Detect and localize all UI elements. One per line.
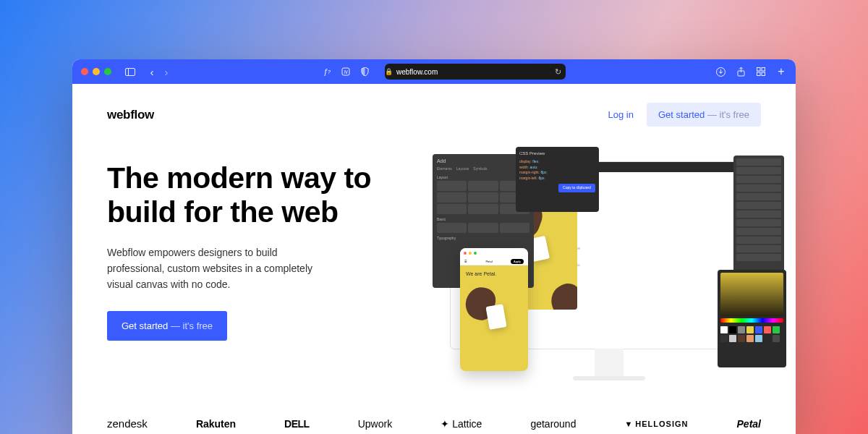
color-swatch	[738, 326, 745, 333]
hero-left: The modern way to build for the web Webf…	[107, 161, 382, 378]
color-swatch	[729, 335, 736, 342]
panel-section: Typography	[437, 236, 529, 240]
color-picker	[718, 270, 786, 367]
add-panel-tab: Layouts	[456, 166, 469, 171]
logos-row: zendesk Rakuten DELL Upwork ✦Lattice get…	[107, 417, 761, 430]
traffic-lights	[81, 68, 111, 75]
hero-subtitle: Webflow empowers designers to build prof…	[107, 245, 331, 292]
color-swatch	[720, 326, 728, 333]
add-panel-tab: Symbols	[473, 166, 487, 171]
nav-right: Log in Get started — it's free	[608, 103, 761, 127]
phone-mockup: ☰ Petal Apply We are Petal.	[460, 248, 528, 371]
tabs-icon[interactable]	[755, 66, 767, 77]
monitor-stand	[595, 349, 624, 378]
new-tab-icon[interactable]: +	[775, 66, 787, 77]
hellosign-icon: ▼	[624, 420, 633, 428]
login-link[interactable]: Log in	[608, 109, 634, 120]
hue-slider	[720, 318, 783, 323]
panel-section: Basic	[437, 217, 529, 221]
monitor-base	[573, 376, 645, 380]
phone-heading: We are Petal.	[466, 271, 522, 276]
color-swatch	[755, 326, 762, 333]
svg-rect-7	[762, 68, 765, 72]
get-started-button-hero[interactable]: Get started — it's free	[107, 311, 227, 341]
color-swatches	[720, 326, 783, 342]
logo-lattice: ✦Lattice	[441, 418, 482, 430]
svg-rect-0	[126, 68, 135, 75]
back-button[interactable]: ‹	[146, 66, 158, 77]
minimize-window-icon[interactable]	[93, 68, 100, 75]
lattice-icon: ✦	[441, 418, 449, 430]
close-window-icon[interactable]	[81, 68, 88, 75]
copy-css-button: Copy to clipboard	[558, 184, 595, 192]
hero-title: The modern way to build for the web	[107, 161, 382, 229]
logo-dell: DELL	[284, 418, 310, 430]
refresh-icon[interactable]: ↻	[555, 67, 561, 77]
extension-icon-1[interactable]: ƒ?	[321, 66, 333, 77]
top-nav: webflow Log in Get started — it's free	[107, 103, 761, 127]
svg-rect-9	[762, 72, 765, 76]
color-swatch	[764, 335, 771, 342]
logo-zendesk: zendesk	[107, 417, 148, 430]
browser-chrome: ‹ › ƒ? N 🔒 webflow.com ↻	[72, 59, 796, 84]
color-swatch	[773, 326, 780, 333]
maximize-window-icon[interactable]	[104, 68, 111, 75]
color-swatch	[720, 335, 728, 342]
logo-petal: Petal	[737, 418, 761, 430]
color-swatch	[729, 326, 736, 333]
get-started-label: Get started	[658, 109, 705, 120]
logo[interactable]: webflow	[107, 108, 154, 122]
lock-icon: 🔒	[385, 68, 393, 75]
share-icon[interactable]	[735, 66, 746, 77]
page-content: webflow Log in Get started — it's free T…	[72, 84, 796, 434]
get-started-button-nav[interactable]: Get started — it's free	[647, 103, 761, 127]
svg-text:N: N	[344, 69, 348, 75]
color-swatch	[738, 335, 745, 342]
cta-suffix: — it's free	[168, 320, 213, 331]
logo-hellosign: ▼HELLOSIGN	[624, 420, 688, 428]
nav-arrows: ‹ ›	[146, 66, 172, 77]
hero-illustration: The Card The App The Company Apply Login…	[396, 161, 761, 378]
extension-icon-2[interactable]: N	[340, 66, 352, 77]
color-swatch	[773, 335, 780, 342]
get-started-suffix: — it's free	[705, 109, 749, 120]
logo-rakuten: Rakuten	[196, 418, 236, 430]
color-swatch	[746, 326, 754, 333]
color-swatch	[764, 326, 771, 333]
download-icon[interactable]	[715, 66, 726, 77]
add-panel-tab: Elements	[437, 166, 452, 171]
shield-icon[interactable]	[359, 66, 370, 77]
svg-rect-6	[757, 68, 761, 72]
phone-traffic-lights	[460, 248, 528, 258]
color-gradient	[720, 273, 783, 316]
logo-getaround: getaround	[530, 418, 576, 430]
svg-rect-8	[757, 72, 761, 76]
phone-brand: Petal	[485, 260, 492, 263]
color-swatch	[746, 335, 754, 342]
phone-nav: ☰ Petal Apply	[460, 258, 528, 265]
logo-upwork: Upwork	[358, 418, 392, 430]
hero-section: The modern way to build for the web Webf…	[107, 161, 761, 378]
css-preview-title: CSS Preview	[519, 150, 595, 157]
url-bar[interactable]: 🔒 webflow.com ↻	[385, 64, 566, 80]
cta-label: Get started	[122, 320, 168, 331]
phone-body: We are Petal.	[460, 265, 528, 334]
color-swatch	[755, 335, 762, 342]
css-preview-popup: CSS Preview display: flex;width: auto;ma…	[516, 147, 599, 212]
url-text: webflow.com	[396, 68, 438, 76]
sidebar-toggle-icon[interactable]	[124, 66, 136, 77]
browser-window: ‹ › ƒ? N 🔒 webflow.com ↻	[72, 59, 796, 434]
forward-button[interactable]: ›	[161, 66, 172, 77]
phone-apply-button: Apply	[511, 259, 524, 264]
